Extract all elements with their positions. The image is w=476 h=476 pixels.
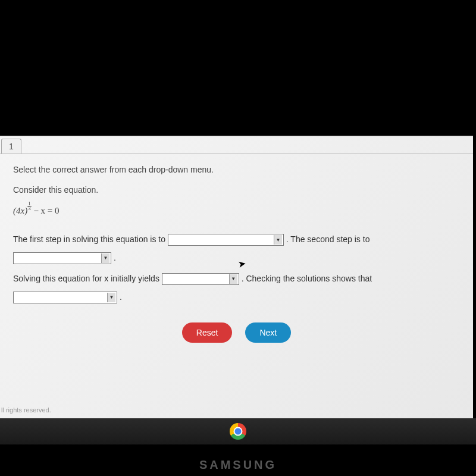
device-brand-label: SAMSUNG [0,458,476,472]
text-segment: The first step in solving this equation … [13,234,168,244]
text-segment: . The second step is to [286,234,370,244]
chevron-down-icon: ▼ [107,293,115,302]
tab-1[interactable]: 1 [1,139,21,154]
next-button[interactable]: Next [245,322,291,343]
dropdown-yields[interactable]: ▼ [162,273,239,285]
dropdown-checking[interactable]: ▼ [13,292,117,303]
consider-text: Consider this equation. [13,185,460,195]
equation-rest: − x = 0 [32,206,60,215]
content-area: Select the correct answer from each drop… [0,154,473,353]
taskbar [0,418,476,444]
instruction-text: Select the correct answer from each drop… [13,165,460,174]
dropdown-first-step[interactable]: ▼ [168,234,284,246]
equation-base: (4x) [13,206,27,215]
text-segment: . [114,253,116,262]
button-row: Reset Next [13,322,460,343]
app-screen: 1 Select the correct answer from each dr… [0,136,473,418]
reset-button[interactable]: Reset [182,322,233,343]
dropdown-second-step[interactable]: ▼ [13,252,111,264]
tab-bar: 1 [0,136,473,154]
equation-display: (4x)13 − x = 0 [13,202,460,216]
chevron-down-icon: ▼ [274,235,282,245]
chevron-down-icon: ▼ [229,274,237,284]
chrome-icon[interactable] [230,423,246,440]
chevron-down-icon: ▼ [101,253,109,263]
text-segment: . [120,292,122,302]
text-segment: Solving this equation for x initially yi… [13,274,162,283]
text-segment: . Checking the solutions shows that [242,274,372,283]
footer-text: ll rights reserved. [0,406,51,414]
question-line-1: The first step in solving this equation … [13,230,460,267]
question-line-2: Solving this equation for x initially yi… [13,270,460,306]
